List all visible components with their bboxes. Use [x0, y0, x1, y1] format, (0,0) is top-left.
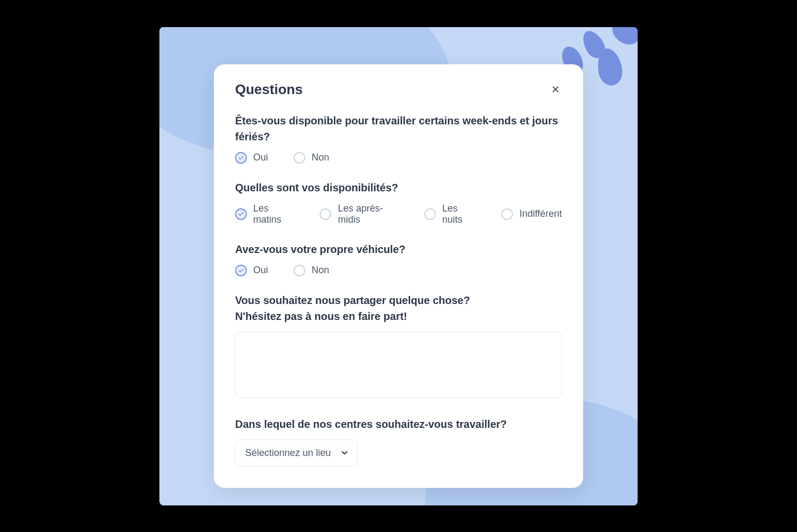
question-location: Dans lequel de nos centres souhaitez-vou… — [235, 416, 562, 467]
radio-checked-icon — [235, 265, 247, 276]
select-wrapper: Sélectionnez un lieu — [235, 440, 358, 467]
options-row: Oui Non — [235, 265, 562, 276]
radio-unchecked-icon — [294, 265, 306, 276]
option-label: Les nuits — [442, 203, 476, 225]
radio-checked-icon — [235, 208, 247, 220]
option-oui[interactable]: Oui — [235, 152, 268, 164]
close-icon — [551, 85, 561, 94]
option-non[interactable]: Non — [294, 265, 329, 276]
question-label: Êtes-vous disponible pour travailler cer… — [235, 113, 562, 145]
option-label: Les après-midis — [338, 203, 398, 225]
close-button[interactable] — [549, 83, 562, 96]
question-label: Avez-vous votre propre véhicule? — [235, 241, 562, 257]
radio-unchecked-icon — [424, 208, 436, 220]
radio-checked-icon — [235, 152, 247, 164]
radio-unchecked-icon — [294, 152, 306, 164]
backdrop: Questions Êtes-vous disponible pour trav… — [159, 27, 638, 505]
modal-header: Questions — [235, 81, 562, 98]
radio-unchecked-icon — [320, 208, 332, 220]
options-row: Oui Non — [235, 152, 562, 164]
question-label: Quelles sont vos disponibilités? — [235, 180, 562, 196]
option-non[interactable]: Non — [294, 152, 329, 164]
option-label: Oui — [253, 152, 268, 163]
question-weekends: Êtes-vous disponible pour travailler cer… — [235, 113, 562, 164]
option-label: Les matins — [253, 203, 294, 225]
modal-title: Questions — [235, 81, 303, 98]
option-nuits[interactable]: Les nuits — [424, 203, 476, 225]
option-apres-midis[interactable]: Les après-midis — [320, 203, 398, 225]
option-label: Non — [312, 265, 329, 276]
option-oui[interactable]: Oui — [235, 265, 268, 276]
questions-modal: Questions Êtes-vous disponible pour trav… — [214, 64, 583, 488]
question-label: Dans lequel de nos centres souhaitez-vou… — [235, 416, 562, 432]
question-vehicle: Avez-vous votre propre véhicule? Oui Non — [235, 241, 562, 276]
option-matins[interactable]: Les matins — [235, 203, 294, 225]
radio-unchecked-icon — [502, 208, 513, 220]
question-availability: Quelles sont vos disponibilités? Les mat… — [235, 180, 562, 225]
share-textarea[interactable] — [235, 332, 562, 398]
option-label: Oui — [253, 265, 268, 276]
question-share: Vous souhaitez nous partager quelque cho… — [235, 292, 562, 400]
location-select[interactable]: Sélectionnez un lieu — [235, 440, 358, 467]
question-label: Vous souhaitez nous partager quelque cho… — [235, 292, 562, 324]
option-label: Indifférent — [520, 208, 562, 219]
option-indifferent[interactable]: Indifférent — [502, 208, 562, 220]
option-label: Non — [312, 152, 329, 163]
options-row: Les matins Les après-midis Les nuits Ind… — [235, 203, 562, 225]
